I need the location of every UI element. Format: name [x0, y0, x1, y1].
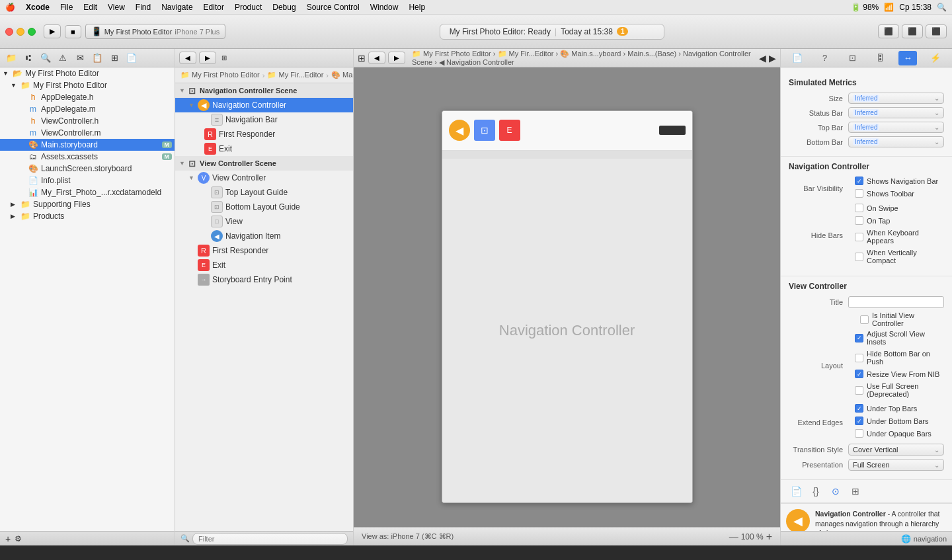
log-nav-icon[interactable]: 📄 [124, 51, 139, 65]
exit-item-1[interactable]: E Exit [175, 141, 353, 156]
title-control[interactable] [848, 296, 944, 308]
supporting-files-item[interactable]: ▶ 📁 Supporting Files [0, 198, 175, 210]
shows-toolbar-checkbox[interactable] [855, 189, 863, 198]
grid-view-icon[interactable]: ⊞ [358, 53, 366, 63]
canvas-back-button[interactable]: ◀ [368, 52, 385, 64]
breadcrumb-3[interactable]: 🎨 Main.s...yboard [331, 71, 353, 79]
grid-icon-btn[interactable]: ⊞ [848, 484, 863, 499]
file-item[interactable]: 📄 Info.plist [0, 175, 175, 186]
project-root-item[interactable]: ▼ 📂 My First Photo Editor [0, 67, 175, 79]
adjust-scroll-checkbox[interactable]: ✓ [855, 334, 863, 342]
bottom-bar-control[interactable]: Inferred ⌄ [848, 136, 944, 147]
main-storyboard-item[interactable]: 🎨 Main.storyboard M [0, 139, 175, 151]
first-responder-item-1[interactable]: R First Responder [175, 127, 353, 141]
products-item[interactable]: ▶ 📁 Products [0, 210, 175, 222]
title-input[interactable] [848, 296, 944, 308]
file-icon-btn[interactable]: 📄 [789, 484, 803, 499]
storyboard-entry-item[interactable]: → Storyboard Entry Point [175, 272, 353, 287]
file-item[interactable]: h ViewController.h [0, 115, 175, 127]
file-nav-icon[interactable]: 📁 [4, 51, 19, 65]
right-panel-toggle[interactable]: ⬛ [926, 24, 947, 38]
git-nav-icon[interactable]: ⑆ [21, 51, 36, 65]
presentation-control[interactable]: Full Screen ⌄ [848, 459, 944, 471]
minimize-window-button[interactable] [17, 28, 24, 36]
menu-editor[interactable]: Editor [204, 3, 224, 12]
search-icon[interactable]: 🔍 [937, 3, 947, 12]
close-window-button[interactable] [5, 28, 13, 36]
view-as-device[interactable]: View as: iPhone 7 (⌘C ⌘R) [362, 532, 454, 541]
connections-inspector-tab[interactable]: ⚡ [926, 51, 945, 65]
menu-find[interactable]: Find [136, 3, 151, 12]
file-item[interactable]: h AppDelegate.h [0, 91, 175, 103]
back-button[interactable]: ◀ [179, 52, 196, 64]
canvas-icon-1[interactable]: ◀ [759, 53, 766, 63]
stop-button[interactable]: ■ [65, 25, 81, 38]
debug-nav-icon[interactable]: 📋 [90, 51, 104, 65]
view-scene-header[interactable]: ▼ ⊡ View Controller Scene [175, 156, 353, 171]
search-nav-icon[interactable]: ⚠ [56, 51, 70, 65]
debug-panel-toggle[interactable]: ⬛ [902, 24, 923, 38]
group-item[interactable]: ▼ 📁 My First Photo Editor [0, 79, 175, 91]
under-top-bars-checkbox[interactable]: ✓ [855, 404, 863, 413]
canvas-icon-2[interactable]: ▶ [769, 53, 776, 63]
circle-icon-btn[interactable]: ⊙ [828, 484, 843, 499]
menu-view[interactable]: View [108, 3, 125, 12]
on-swipe-checkbox[interactable] [855, 204, 863, 212]
file-item[interactable]: 🗂 Assets.xcassets M [0, 151, 175, 163]
status-bar-control[interactable]: Inferred ⌄ [848, 107, 944, 118]
add-icon[interactable]: + [5, 534, 11, 544]
menu-help[interactable]: Help [409, 3, 425, 12]
filter-icon[interactable]: ⚙ [15, 534, 22, 543]
transition-control[interactable]: Cover Vertical ⌄ [848, 444, 944, 456]
identity-inspector-tab[interactable]: ⊡ [844, 51, 862, 65]
apple-menu[interactable]: 🍎 [5, 3, 15, 12]
filter-search-icon[interactable]: 🔍 [180, 534, 190, 543]
test-nav-icon[interactable]: ✉ [73, 51, 87, 65]
menu-product[interactable]: Product [235, 3, 262, 12]
menu-source-control[interactable]: Source Control [307, 3, 360, 12]
file-item[interactable]: m AppDelegate.m [0, 103, 175, 115]
top-bar-control[interactable]: Inferred ⌄ [848, 122, 944, 133]
zoom-minus-button[interactable]: — [729, 532, 738, 542]
storyboard-canvas[interactable]: ⊞ ◀ ▶ 📁 My First Photo Editor › 📁 My Fir… [354, 49, 780, 545]
navigation-bar-item[interactable]: ≡ Navigation Bar [175, 112, 353, 127]
bottom-layout-guide-item[interactable]: ⊡ Bottom Layout Guide [175, 200, 353, 214]
left-panel-toggle[interactable]: ⬛ [878, 24, 899, 38]
under-opaque-bars-checkbox[interactable] [855, 429, 863, 438]
when-vertically-compact-checkbox[interactable] [855, 253, 863, 261]
filter-input[interactable] [192, 533, 348, 545]
grid-icon[interactable]: ⊞ [221, 54, 227, 61]
file-item[interactable]: m ViewController.m [0, 127, 175, 139]
is-initial-checkbox[interactable] [860, 315, 869, 324]
run-button[interactable]: ▶ [44, 24, 61, 38]
menu-window[interactable]: Window [370, 3, 399, 12]
menu-navigate[interactable]: Navigate [161, 3, 192, 12]
scheme-selector[interactable]: 📱 My First Photo Editor iPhone 7 Plus [85, 24, 226, 39]
menu-file[interactable]: File [60, 3, 73, 12]
canvas-forward-button[interactable]: ▶ [388, 52, 405, 64]
menu-xcode[interactable]: Xcode [26, 3, 50, 12]
zoom-plus-button[interactable]: + [766, 531, 772, 543]
right-status-icon-1[interactable]: 🌐 [901, 534, 911, 543]
forward-button[interactable]: ▶ [199, 52, 216, 64]
size-control[interactable]: Inferred ⌄ [848, 93, 944, 104]
menu-debug[interactable]: Debug [272, 3, 296, 12]
view-controller-item[interactable]: ▼ V View Controller [175, 171, 353, 185]
first-responder-item-2[interactable]: R First Responder [175, 243, 353, 258]
attributes-inspector-tab[interactable]: 🎛 [871, 51, 889, 65]
hide-bottom-bar-checkbox[interactable] [855, 354, 863, 362]
file-item[interactable]: 🎨 LaunchScreen.storyboard [0, 163, 175, 175]
navigation-item-item[interactable]: ◀ Navigation Item [175, 229, 353, 243]
breadcrumb-2[interactable]: 📁 My Fir...Editor [267, 71, 323, 79]
exit-item-2[interactable]: E Exit [175, 258, 353, 272]
on-tap-checkbox[interactable] [855, 216, 863, 225]
quick-help-tab[interactable]: ? [816, 51, 834, 65]
symbol-nav-icon[interactable]: 🔍 [38, 51, 53, 65]
when-keyboard-checkbox[interactable] [855, 233, 863, 241]
shows-nav-bar-checkbox[interactable]: ✓ [855, 177, 863, 185]
breakpoint-nav-icon[interactable]: ⊞ [107, 51, 122, 65]
maximize-window-button[interactable] [28, 28, 36, 36]
use-full-screen-checkbox[interactable] [855, 386, 863, 395]
nav-scene-header[interactable]: ▼ ⊡ Navigation Controller Scene [175, 83, 353, 98]
view-item[interactable]: □ View [175, 214, 353, 229]
